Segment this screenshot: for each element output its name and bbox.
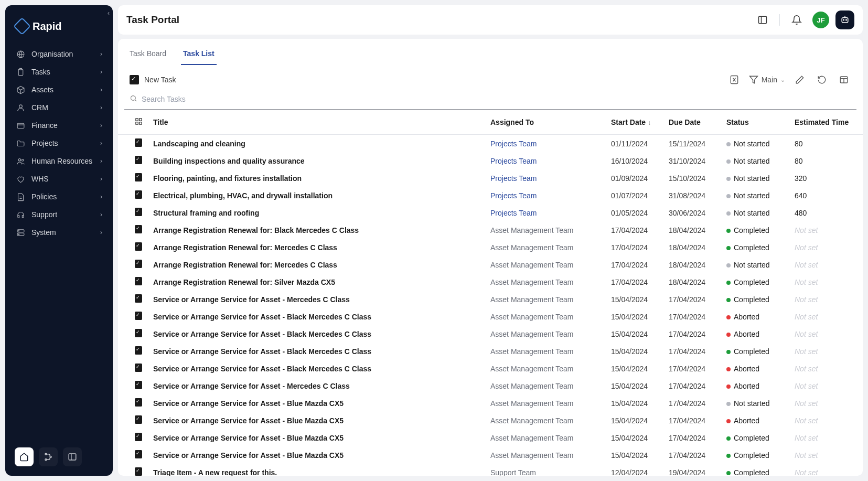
col-status[interactable]: Status [721, 110, 789, 135]
table-row[interactable]: Triage Item - A new request for this. Su… [118, 464, 863, 476]
sidebar-item-finance[interactable]: Finance › [9, 116, 109, 134]
hierarchy-button[interactable] [39, 447, 58, 466]
due-date: 18/04/2024 [663, 273, 721, 291]
svg-rect-34 [136, 122, 138, 124]
table-row[interactable]: Structural framing and roofing Projects … [118, 204, 863, 221]
table-row[interactable]: Service or Arrange Service for Asset - B… [118, 343, 863, 360]
col-assigned[interactable]: Assigned To [485, 110, 606, 135]
sidebar-item-tasks[interactable]: Tasks › [9, 63, 109, 81]
col-start[interactable]: Start Date↓ [606, 110, 663, 135]
columns-button[interactable] [837, 72, 851, 87]
table-row[interactable]: Arrange Registration Renewal for: Black … [118, 221, 863, 239]
table-row[interactable]: Service or Arrange Service for Asset - M… [118, 291, 863, 308]
app-name: Rapid [33, 20, 62, 33]
sidebar-item-organisation[interactable]: Organisation › [9, 45, 109, 63]
table-row[interactable]: Arrange Registration Renewal for: Merced… [118, 239, 863, 256]
start-date: 15/04/2024 [606, 291, 663, 308]
table-row[interactable]: Service or Arrange Service for Asset - M… [118, 377, 863, 394]
svg-rect-17 [69, 454, 76, 460]
content: Task BoardTask List New Task Main ⌄ [118, 39, 863, 476]
start-date: 01/05/2024 [606, 204, 663, 221]
task-icon [135, 433, 142, 441]
chevron-right-icon: › [100, 122, 102, 129]
tab-task-board[interactable]: Task Board [127, 45, 168, 65]
svg-rect-21 [842, 18, 848, 23]
assigned-to[interactable]: Projects Team [490, 174, 537, 183]
start-date: 17/04/2024 [606, 239, 663, 256]
table-row[interactable]: Landscaping and cleaning Projects Team 0… [118, 135, 863, 153]
table-row[interactable]: Arrange Registration Renewal for: Silver… [118, 273, 863, 291]
sidebar-collapse-button[interactable]: ‹ [108, 9, 110, 17]
status-badge: Aborted [721, 325, 789, 343]
estimated-time: 80 [789, 135, 863, 153]
avatar[interactable]: JF [812, 12, 829, 28]
assigned-to[interactable]: Projects Team [490, 191, 537, 200]
app-logo[interactable]: Rapid [5, 5, 113, 45]
tab-task-list[interactable]: Task List [181, 45, 217, 65]
due-date: 19/04/2024 [663, 464, 721, 476]
export-excel-button[interactable] [727, 72, 742, 87]
refresh-button[interactable] [815, 72, 829, 87]
notifications-button[interactable] [787, 10, 806, 29]
assigned-to: Asset Management Team [490, 278, 574, 286]
due-date: 17/04/2024 [663, 343, 721, 360]
start-date: 01/09/2024 [606, 169, 663, 187]
table-row[interactable]: Service or Arrange Service for Asset - B… [118, 394, 863, 412]
table-row[interactable]: Service or Arrange Service for Asset - B… [118, 446, 863, 464]
filter-dropdown[interactable]: Main ⌄ [749, 75, 785, 84]
divider [779, 14, 780, 26]
task-icon [135, 138, 142, 147]
col-due[interactable]: Due Date [663, 110, 721, 135]
edit-button[interactable] [792, 72, 807, 87]
task-icon [135, 398, 142, 407]
topbar-layout-button[interactable] [753, 10, 772, 29]
column-selector[interactable] [118, 110, 148, 135]
table-scroll[interactable]: Title Assigned To Start Date↓ Due Date S… [118, 110, 863, 476]
table-row[interactable]: Building inspections and quality assuran… [118, 152, 863, 169]
sidebar-layout-button[interactable] [63, 447, 82, 466]
sidebar-item-support[interactable]: Support › [9, 206, 109, 223]
search-bar [118, 90, 863, 109]
start-date: 15/04/2024 [606, 412, 663, 429]
estimated-time: Not set [789, 446, 863, 464]
task-title: Service or Arrange Service for Asset - M… [148, 291, 485, 308]
home-button[interactable] [15, 447, 34, 466]
new-task-button[interactable]: New Task [130, 75, 176, 84]
assigned-to[interactable]: Projects Team [490, 209, 537, 217]
search-input[interactable] [142, 95, 851, 103]
sort-desc-icon: ↓ [648, 119, 651, 126]
due-date: 30/06/2024 [663, 204, 721, 221]
sidebar: ‹ Rapid Organisation › Tasks › Assets › … [5, 5, 113, 476]
start-date: 15/04/2024 [606, 325, 663, 343]
assistant-button[interactable] [835, 10, 854, 29]
assigned-to: Asset Management Team [490, 399, 574, 408]
server-icon [16, 228, 25, 237]
table-row[interactable]: Flooring, painting, and fixtures install… [118, 169, 863, 187]
sidebar-item-crm[interactable]: CRM › [9, 99, 109, 116]
sidebar-item-projects[interactable]: Projects › [9, 134, 109, 152]
assigned-to[interactable]: Projects Team [490, 140, 537, 148]
table-row[interactable]: Electrical, plumbing, HVAC, and drywall … [118, 187, 863, 204]
col-est[interactable]: Estimated Time [789, 110, 863, 135]
due-date: 15/11/2024 [663, 135, 721, 153]
estimated-time: Not set [789, 308, 863, 325]
due-date: 18/04/2024 [663, 239, 721, 256]
sidebar-item-policies[interactable]: Policies › [9, 188, 109, 206]
table-row[interactable]: Service or Arrange Service for Asset - B… [118, 360, 863, 377]
table-row[interactable]: Service or Arrange Service for Asset - B… [118, 308, 863, 325]
sidebar-item-system[interactable]: System › [9, 223, 109, 241]
assigned-to: Asset Management Team [490, 226, 574, 234]
table-row[interactable]: Service or Arrange Service for Asset - B… [118, 429, 863, 446]
task-icon [135, 208, 142, 216]
assigned-to[interactable]: Projects Team [490, 157, 537, 165]
svg-rect-33 [140, 119, 142, 121]
sidebar-item-human-resources[interactable]: Human Resources › [9, 152, 109, 170]
estimated-time: 80 [789, 152, 863, 169]
sidebar-item-whs[interactable]: WHS › [9, 170, 109, 188]
task-icon [135, 156, 142, 164]
table-row[interactable]: Service or Arrange Service for Asset - B… [118, 325, 863, 343]
table-row[interactable]: Service or Arrange Service for Asset - B… [118, 412, 863, 429]
sidebar-item-assets[interactable]: Assets › [9, 81, 109, 99]
col-title[interactable]: Title [148, 110, 485, 135]
table-row[interactable]: Arrange Registration Renewal for: Merced… [118, 256, 863, 273]
